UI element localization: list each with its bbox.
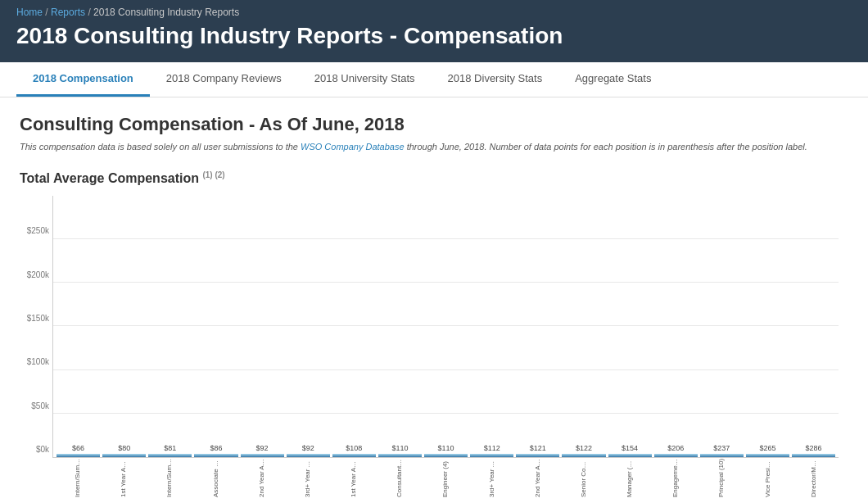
breadcrumb-home[interactable]: Home — [16, 7, 43, 18]
x-label-text: 1st Year Associate (277) — [350, 458, 357, 497]
tab-diversity-stats[interactable]: 2018 Diversity Stats — [432, 62, 559, 97]
bar-base — [57, 455, 100, 457]
chart-area: $300k $250k $200k $150k $100k $50k $0k — [20, 196, 848, 499]
x-label-text: Engagement Manager (42) — [671, 458, 679, 497]
bar-value-label: $237 — [713, 444, 730, 452]
x-label-text: 2nd Year Associate (49) — [534, 458, 541, 497]
bar-group: $206 — [654, 444, 698, 457]
bar-group: $92 — [241, 444, 284, 457]
y-label-250k: $250k — [27, 226, 49, 235]
bar-base — [332, 455, 376, 457]
bar-group: $154 — [608, 444, 652, 457]
bar-group: $110 — [378, 444, 422, 457]
y-label-50k: $50k — [31, 401, 49, 410]
bar-value-label: $66 — [72, 444, 84, 452]
x-label-text: Consultant (333) — [396, 458, 403, 497]
y-label-150k: $150k — [27, 313, 49, 322]
x-label-item: Engagement Manager (42) — [653, 458, 697, 497]
x-label-text: 1st Year Analyst (464) — [120, 458, 127, 497]
x-label-item: 2nd Year Analyst (116) — [240, 458, 283, 497]
x-label-text: 3rd+ Year Associate (63) — [488, 458, 495, 497]
chart-title: Total Average Compensation (1) (2) — [20, 170, 848, 186]
bar-base — [608, 455, 652, 457]
bar-value-label: $206 — [667, 444, 684, 452]
x-label-text: Principal (10) — [717, 458, 725, 497]
x-label-item: 3rd+ Year Associate (63) — [470, 458, 513, 497]
bar-group: $108 — [332, 444, 376, 457]
bar-group: $112 — [470, 444, 513, 457]
x-label-item: Consultant (333) — [377, 458, 421, 497]
y-label-0k: $0k — [36, 444, 49, 453]
bar-base — [746, 455, 789, 457]
bar-base — [148, 455, 192, 457]
bar-base — [516, 455, 559, 457]
x-label-item: 1st Year Analyst (464) — [102, 458, 145, 497]
bar-base — [470, 455, 513, 457]
tabs-container: 2018 Compensation 2018 Company Reviews 2… — [0, 62, 868, 97]
x-label-item: 2nd Year Associate (49) — [516, 458, 559, 497]
content-area: Consulting Compensation - As Of June, 20… — [0, 97, 868, 503]
x-label-item: Director/MD (23) — [792, 458, 835, 497]
x-label-text: Director/MD (23) — [810, 458, 817, 497]
page-title: 2018 Consulting Industry Reports - Compe… — [16, 23, 852, 49]
bar-value-label: $80 — [118, 444, 130, 452]
x-label-text: Senior Consultant (173) — [580, 458, 587, 497]
y-axis: $300k $250k $200k $150k $100k $50k $0k — [20, 196, 52, 458]
x-label-item: Engineer (4) — [423, 458, 467, 497]
bar-group: $86 — [194, 444, 237, 457]
bar-value-label: $122 — [576, 444, 592, 452]
bar-group: $80 — [102, 444, 146, 457]
tab-aggregate-stats[interactable]: Aggregate Stats — [558, 62, 667, 97]
x-label-item: Senior Consultant (173) — [562, 458, 605, 497]
breadcrumb-reports[interactable]: Reports — [51, 7, 85, 18]
tab-company-reviews[interactable]: 2018 Company Reviews — [150, 62, 298, 97]
x-label-item: Manager (71) — [608, 458, 651, 497]
bar-base — [241, 455, 284, 457]
y-label-100k: $100k — [27, 357, 49, 366]
x-label-text: Engineer (4) — [441, 458, 449, 497]
x-label-item: 1st Year Associate (277) — [332, 458, 375, 497]
bar-base — [424, 455, 468, 457]
bar-value-label: $108 — [346, 444, 362, 452]
bar-base — [654, 455, 698, 457]
bar-base — [700, 455, 744, 457]
x-label-item: Vice President (12) — [746, 458, 789, 497]
x-label-text: 3rd+ Year Analyst (71) — [304, 458, 311, 497]
x-label-item: Intern/Summer Associate (37) — [147, 458, 191, 497]
bar-value-label: $110 — [391, 444, 408, 452]
tab-university-stats[interactable]: 2018 University Stats — [298, 62, 432, 97]
bar-value-label: $92 — [256, 444, 269, 452]
x-label-text: Associate Consultant (84) — [212, 458, 219, 497]
x-label-text: Manager (71) — [626, 458, 633, 497]
wso-link[interactable]: WSO Company Database — [301, 142, 405, 152]
bar-base — [287, 455, 330, 457]
bar-group: $92 — [287, 444, 330, 457]
bar-value-label: $110 — [438, 444, 454, 452]
x-label-item: Intern/Summer Analyst (170) — [56, 458, 99, 497]
y-label-200k: $200k — [27, 270, 49, 279]
x-label-text: Intern/Summer Associate (37) — [165, 458, 173, 497]
bar-base — [562, 455, 605, 457]
bar-value-label: $86 — [210, 444, 222, 452]
bar-value-label: $92 — [302, 444, 314, 452]
x-labels: Intern/Summer Analyst (170)1st Year Anal… — [52, 458, 839, 499]
bar-group: $265 — [746, 444, 789, 457]
bar-value-label: $154 — [622, 444, 638, 452]
x-label-text: Vice President (12) — [764, 458, 771, 497]
breadcrumb-current: 2018 Consulting Industry Reports — [93, 7, 239, 18]
bar-base — [792, 455, 835, 457]
bar-group: $66 — [57, 444, 100, 457]
bar-group: $286 — [792, 444, 835, 457]
bar-group: $122 — [562, 444, 605, 457]
bar-group: $121 — [516, 444, 559, 457]
x-label-item: 3rd+ Year Analyst (71) — [286, 458, 329, 497]
bar-group: $110 — [424, 444, 468, 457]
bar-value-label: $265 — [759, 444, 775, 452]
bar-group: $237 — [700, 444, 744, 457]
bar-value-label: $81 — [164, 444, 176, 452]
x-label-item: Principal (10) — [699, 458, 743, 497]
x-label-text: 2nd Year Analyst (116) — [258, 458, 265, 497]
breadcrumb: Home / Reports / 2018 Consulting Industr… — [16, 7, 852, 18]
tab-compensation[interactable]: 2018 Compensation — [16, 62, 150, 97]
disclaimer: This compensation data is based solely o… — [20, 140, 848, 154]
